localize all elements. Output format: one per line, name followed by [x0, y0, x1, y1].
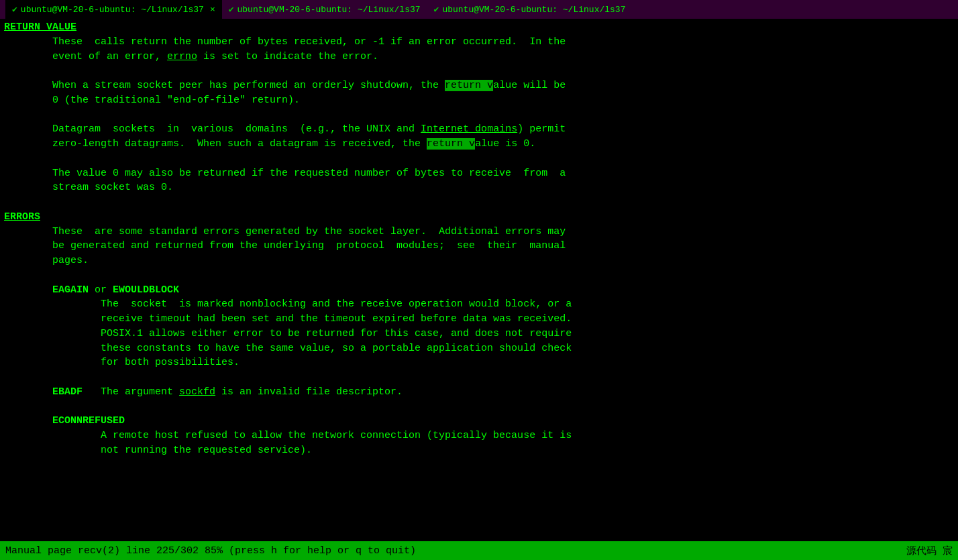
tab-1[interactable]: ✔ ubuntu@VM-20-6-ubuntu: ~/Linux/ls37 × [5, 0, 222, 19]
tab-2-label: ubuntu@VM-20-6-ubuntu: ~/Linux/ls37 [237, 5, 421, 15]
line-9 [4, 152, 954, 166]
line-17: EAGAIN or EWOULDBLOCK [4, 283, 954, 298]
line-16 [4, 268, 954, 283]
line-13: These are some standard errors generated… [4, 225, 954, 239]
tab-2[interactable]: ✔ ubuntu@VM-20-6-ubuntu: ~/Linux/ls37 [222, 0, 427, 19]
check-icon-2: ✔ [229, 4, 234, 15]
line-25 [4, 400, 954, 414]
line-10: The value 0 may also be returned if the … [4, 166, 954, 181]
line-24: EBADF The argument sockfd is an invalid … [4, 385, 954, 400]
line-20: POSIX.1 allows either error to be return… [4, 327, 954, 341]
title-bar: ✔ ubuntu@VM-20-6-ubuntu: ~/Linux/ls37 × … [0, 0, 958, 19]
line-22: for both possibilities. [4, 355, 954, 370]
line-11: stream socket was 0. [4, 180, 954, 195]
terminal-content: RETURN VALUE These calls return the numb… [0, 19, 958, 541]
man-page-content: RETURN VALUE These calls return the numb… [0, 20, 958, 541]
check-icon-3: ✔ [434, 4, 439, 15]
line-21: these constants to have the same value, … [4, 341, 954, 356]
line-12 [4, 195, 954, 210]
tab-1-label: ubuntu@VM-20-6-ubuntu: ~/Linux/ls37 [21, 5, 204, 15]
check-icon-1: ✔ [12, 4, 17, 15]
line-8: zero-length datagrams. When such a datag… [4, 137, 954, 152]
line-18: The socket is marked nonblocking and the… [4, 297, 954, 312]
line-27: A remote host refused to allow the netwo… [4, 429, 954, 443]
line-3 [4, 64, 954, 78]
line-23 [4, 370, 954, 385]
line-5: 0 (the traditional "end-of-file" return)… [4, 93, 954, 108]
line-28: not running the requested service). [4, 443, 954, 458]
line-1: These calls return the number of bytes r… [4, 35, 954, 50]
line-4: When a stream socket peer has performed … [4, 78, 954, 93]
tab-3[interactable]: ✔ ubuntu@VM-20-6-ubuntu: ~/Linux/ls37 [427, 0, 633, 19]
line-15: pages. [4, 254, 954, 268]
line-19: receive timeout had been set and the tim… [4, 312, 954, 327]
return-value-header: RETURN VALUE [4, 20, 954, 35]
close-icon-1[interactable]: × [210, 5, 215, 15]
line-26: ECONNREFUSED [4, 414, 954, 429]
status-text: Manual page recv(2) line 225/302 85% (pr… [5, 545, 416, 557]
line-7: Datagram sockets in various domains (e.g… [4, 122, 954, 137]
status-bar: Manual page recv(2) line 225/302 85% (pr… [0, 541, 958, 560]
tab-3-label: ubuntu@VM-20-6-ubuntu: ~/Linux/ls37 [442, 5, 625, 15]
line-6 [4, 108, 954, 123]
line-2: event of an error, errno is set to indic… [4, 50, 954, 64]
status-right: 源代码 宸 [906, 545, 953, 557]
line-14: be generated and returned from the under… [4, 239, 954, 254]
errors-header: ERRORS [4, 210, 954, 225]
